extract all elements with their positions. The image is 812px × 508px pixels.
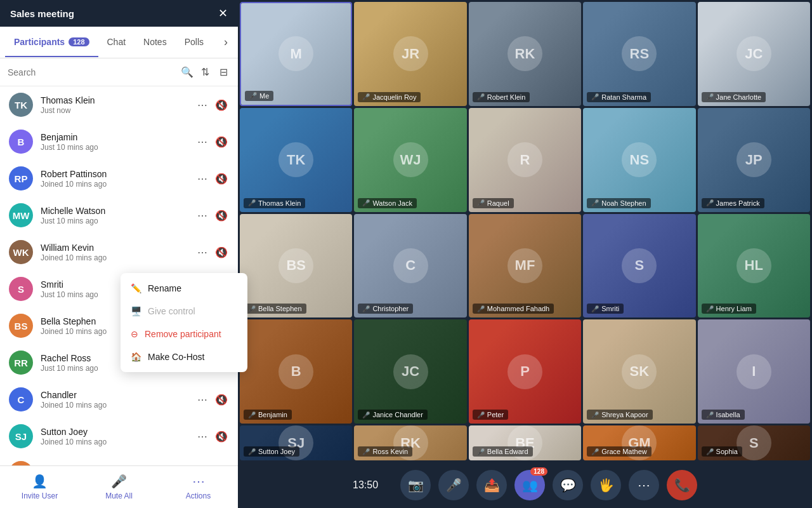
- video-cell-noah[interactable]: NS 🎤 Noah Stephen: [583, 108, 695, 212]
- sort-button[interactable]: ⇅: [199, 65, 212, 79]
- tab-notes[interactable]: Notes: [134, 28, 176, 57]
- video-cell-chri[interactable]: C 🎤 Christopher: [354, 214, 466, 318]
- participant-mute-button[interactable]: 🔇: [214, 135, 229, 149]
- video-label: 🎤 Isabella: [702, 410, 745, 420]
- tabs-bar: Participants 128 Chat Notes Polls ›: [0, 27, 238, 58]
- participant-more-button[interactable]: ⋯: [196, 208, 209, 223]
- participants-button[interactable]: 👥 128: [514, 470, 545, 500]
- video-area: M 🎤 Me JR 🎤 Jacquelin Roy RK 🎤 Robert Kl…: [238, 0, 812, 508]
- video-cell-rob[interactable]: RK 🎤 Robert Klein: [469, 2, 581, 106]
- cohost-icon: 🏠: [131, 352, 141, 362]
- tab-participants[interactable]: Participants 128: [5, 28, 98, 57]
- participant-row[interactable]: RP Robert Pattinson Joined 10 mins ago ⋯…: [0, 160, 238, 197]
- screen-share-button[interactable]: 📤: [476, 470, 507, 500]
- close-button[interactable]: ✕: [218, 8, 228, 19]
- video-cell-pete[interactable]: P 🎤 Peter: [469, 319, 581, 424]
- actions-icon: ⋯: [192, 474, 205, 489]
- video-placeholder: JP: [698, 108, 810, 212]
- participant-avatar-video: C: [393, 248, 428, 283]
- video-cell-wat[interactable]: WJ 🎤 Watson Jack: [354, 108, 466, 212]
- avatar: B: [9, 130, 33, 154]
- video-cell-james[interactable]: JP 🎤 James Patrick: [698, 108, 810, 212]
- video-cell-moha[interactable]: MF 🎤 Mohammed Fahadh: [469, 214, 581, 318]
- video-label: 🎤 Mohammed Fahadh: [473, 304, 554, 314]
- window-title: Sales meeting: [10, 8, 74, 19]
- video-cell-benj[interactable]: B 🎤 Benjamin: [240, 319, 352, 424]
- video-label: 🎤 Peter: [473, 410, 508, 420]
- participant-mute-button[interactable]: 🔇: [214, 98, 229, 112]
- reactions-icon: 🖐️: [598, 478, 614, 493]
- participant-mute-button[interactable]: 🔇: [214, 208, 229, 223]
- participant-more-button[interactable]: ⋯: [196, 98, 209, 112]
- chat-button[interactable]: 💬: [553, 470, 583, 500]
- context-remove[interactable]: ⊖ Remove participant: [121, 323, 247, 345]
- video-cell-ross[interactable]: RK 🎤 Ross Kevin: [354, 425, 466, 460]
- participant-row[interactable]: SJ Sutton Joey Joined 10 mins ago ⋯🔇: [0, 418, 238, 455]
- mic-toggle-button[interactable]: 🎤: [438, 470, 469, 500]
- participant-name: Sutton Joey: [41, 427, 196, 437]
- context-rename[interactable]: ✏️ Rename: [121, 277, 247, 300]
- participant-mute-button[interactable]: 🔇: [214, 245, 229, 260]
- participant-avatar-video: SK: [622, 354, 657, 389]
- video-label: 🎤 Me: [245, 91, 273, 101]
- participant-avatar-video: B: [278, 354, 313, 389]
- search-input[interactable]: [8, 67, 176, 77]
- controls-bar: 13:50 📷 🎤 📤 👥 128 💬 🖐️ ⋯ 📞: [238, 462, 812, 508]
- tab-polls[interactable]: Polls: [176, 28, 213, 57]
- participant-more-button[interactable]: ⋯: [196, 245, 209, 260]
- give-control-icon: 🖥️: [131, 306, 141, 316]
- participant-mute-button[interactable]: 🔇: [214, 429, 229, 444]
- video-cell-sut[interactable]: SJ 🎤 Sutton Joey: [240, 425, 352, 460]
- tabs-more-button[interactable]: ›: [219, 27, 233, 58]
- participant-mute-button[interactable]: 🔇: [214, 392, 229, 407]
- video-cell-raqu[interactable]: R 🎤 Raquel: [469, 108, 581, 212]
- filter-button[interactable]: ⊟: [217, 65, 230, 79]
- more-options-button[interactable]: ⋯: [629, 470, 659, 500]
- participant-mute-button[interactable]: 🔇: [214, 171, 229, 186]
- context-menu: ✏️ Rename 🖥️ Give control ⊖ Remove parti…: [121, 273, 247, 372]
- participant-more-button[interactable]: ⋯: [196, 429, 209, 444]
- participant-more-button[interactable]: ⋯: [196, 392, 209, 407]
- bottom-nav-mute[interactable]: 🎤 Mute All: [79, 471, 159, 503]
- tab-chat[interactable]: Chat: [98, 28, 135, 57]
- video-cell-bell[interactable]: BS 🎤 Bella Stephen: [240, 214, 352, 318]
- mic-status-icon: 🎤: [477, 448, 485, 455]
- video-label: 🎤 Smriti: [587, 304, 624, 314]
- mic-status-icon: 🎤: [477, 199, 485, 206]
- participant-row[interactable]: TK Thomas Klein Just now ⋯🔇: [0, 86, 238, 123]
- participant-row[interactable]: B Benjamin Just 10 mins ago ⋯🔇: [0, 123, 238, 160]
- participant-avatar-video: HL: [737, 248, 771, 283]
- video-cell-janic[interactable]: JC 🎤 Janice Chandler: [354, 319, 466, 424]
- avatar: RP: [9, 166, 33, 190]
- mic-status-icon: 🎤: [362, 305, 370, 312]
- reactions-button[interactable]: 🖐️: [591, 470, 621, 500]
- participant-more-button[interactable]: ⋯: [196, 135, 209, 149]
- context-make-cohost[interactable]: 🏠 Make Co-Host: [121, 345, 247, 368]
- video-label: 🎤 Jacquelin Roy: [358, 92, 421, 102]
- video-cell-shrey[interactable]: SK 🎤 Shreya Kapoor: [583, 319, 695, 424]
- end-call-button[interactable]: 📞: [667, 470, 697, 500]
- participant-more-button[interactable]: ⋯: [196, 171, 209, 186]
- video-participant-name: Smriti: [601, 305, 619, 312]
- video-cell-isab[interactable]: I 🎤 Isabella: [698, 319, 810, 424]
- participant-avatar-video: R: [508, 142, 542, 177]
- video-cell-bella[interactable]: BE 🎤 Bella Edward: [469, 425, 581, 460]
- video-cell-jane[interactable]: JC 🎤 Jane Charlotte: [698, 2, 810, 106]
- participant-row[interactable]: C Chandler Joined 10 mins ago ⋯🔇: [0, 381, 238, 418]
- participant-row[interactable]: WK William Kevin Joined 10 mins ago ⋯🔇: [0, 234, 238, 271]
- video-cell-henr[interactable]: HL 🎤 Henry Liam: [698, 214, 810, 318]
- video-cell-rat[interactable]: RS 🎤 Ratan Sharma: [583, 2, 695, 106]
- video-cell-soph[interactable]: S 🎤 Sophia: [698, 425, 810, 460]
- mic-status-icon: 🎤: [477, 93, 485, 100]
- participant-row[interactable]: MW Michelle Watson Just 10 mins ago ⋯🔇: [0, 197, 238, 234]
- video-cell-jaq[interactable]: JR 🎤 Jacquelin Roy: [354, 2, 466, 106]
- video-cell-grace[interactable]: GM 🎤 Grace Mathew: [583, 425, 695, 460]
- video-cell-thom[interactable]: TK 🎤 Thomas Klein: [240, 108, 352, 212]
- participant-name: Robert Pattinson: [41, 169, 196, 179]
- bottom-nav-actions[interactable]: ⋯ Actions: [159, 471, 238, 503]
- video-cell-me[interactable]: M 🎤 Me: [240, 2, 352, 106]
- video-toggle-button[interactable]: 📷: [400, 470, 431, 500]
- video-cell-smri[interactable]: S 🎤 Smriti: [583, 214, 695, 318]
- bottom-nav-invite[interactable]: 👤 Invite User: [0, 471, 79, 503]
- participant-row[interactable]: JK Jacquelin Kate ⋯🔇: [0, 455, 238, 465]
